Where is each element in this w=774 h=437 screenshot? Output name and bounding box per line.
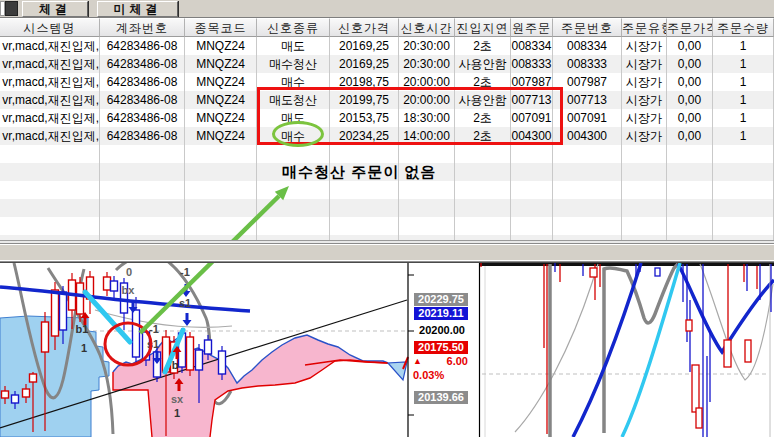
- candlestick-body: [30, 374, 37, 382]
- candlestick-body: [77, 283, 84, 314]
- table-cell: [0, 181, 100, 199]
- table-cell: [667, 163, 713, 181]
- table-cell: [553, 235, 622, 243]
- column-header[interactable]: 종목코드: [185, 18, 257, 37]
- table-cell: 14:00:00: [399, 127, 455, 145]
- table-cell: 20:00:00: [399, 91, 455, 109]
- table-cell: [257, 199, 330, 217]
- table-cell: [399, 199, 455, 217]
- table-cell: 007987: [553, 73, 622, 91]
- table-cell: [330, 199, 399, 217]
- table-cell: 시장가: [622, 37, 667, 55]
- table-cell: [713, 163, 774, 181]
- table-cell: 64283486-08: [100, 127, 185, 145]
- table-cell: MNQZ24: [185, 73, 257, 91]
- table-cell: [100, 163, 185, 181]
- table-cell: [622, 199, 667, 217]
- right-chart-candle-body: [655, 268, 660, 276]
- table-cell: ,vr,macd,재진입제: [0, 91, 100, 109]
- table-cell: [455, 145, 511, 163]
- table-cell: [622, 235, 667, 243]
- column-header[interactable]: 신호가격: [330, 18, 399, 37]
- column-header[interactable]: 신호종류: [257, 18, 330, 37]
- tab-unfilled[interactable]: 미체결: [97, 1, 178, 17]
- table-row[interactable]: ,vr,macd,재진입제64283486-08MNQZ24매수청산20169,…: [0, 55, 774, 73]
- right-thick-gray-curves: [550, 264, 678, 437]
- table-cell: 매수: [257, 127, 330, 145]
- table-cell: 매수: [257, 73, 330, 91]
- table-cell: 0,00: [667, 109, 713, 127]
- table-cell: 008334: [511, 37, 553, 55]
- table-row[interactable]: ,vr,macd,재진입제64283486-08MNQZ24매도청산20199,…: [0, 91, 774, 109]
- candlestick-body: [42, 322, 49, 352]
- candlestick-body: [60, 292, 67, 330]
- column-header[interactable]: 진입지연: [455, 18, 511, 37]
- table-cell: 64283486-08: [100, 91, 185, 109]
- table-cell: [667, 199, 713, 217]
- table-cell: 20198,75: [330, 73, 399, 91]
- right-chart-candle-body: [696, 408, 702, 428]
- table-cell: 0,00: [667, 73, 713, 91]
- candlestick-body: [111, 281, 118, 291]
- chart-signal-label: -1: [180, 266, 190, 278]
- table-cell: ,vr,macd,재진입제: [0, 55, 100, 73]
- table-empty-row: [0, 181, 774, 199]
- table-cell: 매도: [257, 109, 330, 127]
- column-header[interactable]: 주문수량: [713, 18, 774, 37]
- table-cell: [100, 145, 185, 163]
- candlestick-body: [205, 340, 212, 354]
- table-cell: 1: [713, 73, 774, 91]
- table-cell: [0, 163, 100, 181]
- table-cell: [330, 235, 399, 243]
- table-row[interactable]: ,vr,macd,재진입제64283486-08MNQZ24매도20153,75…: [0, 109, 774, 127]
- column-header[interactable]: 주문번호: [553, 18, 622, 37]
- table-cell: [100, 235, 185, 243]
- table-cell: [399, 217, 455, 235]
- table-cell: 008333: [553, 55, 622, 73]
- table-cell: 008333: [511, 55, 553, 73]
- table-cell: [100, 199, 185, 217]
- table-cell: [0, 145, 100, 163]
- table-cell: [713, 217, 774, 235]
- column-header[interactable]: 주문가격: [667, 18, 713, 37]
- table-cell: [330, 217, 399, 235]
- table-cell: 0,00: [667, 55, 713, 73]
- chart-signal-label: s1: [179, 297, 191, 309]
- table-cell: 20169,25: [330, 55, 399, 73]
- table-cell: [257, 235, 330, 243]
- table-cell: [185, 199, 257, 217]
- table-cell: [553, 217, 622, 235]
- table-cell: [667, 235, 713, 243]
- charts-canvas[interactable]: 0bx-1s1-1s1b11bsx1: [0, 263, 774, 437]
- column-header[interactable]: 시스템명: [0, 18, 100, 37]
- table-cell: [0, 235, 100, 243]
- tab-filled[interactable]: 체결: [22, 1, 88, 17]
- table-cell: [399, 181, 455, 199]
- price-change-percent: 0.03%: [413, 369, 468, 382]
- table-row[interactable]: ,vr,macd,재진입제64283486-08MNQZ24매도20169,25…: [0, 37, 774, 55]
- candlestick-body: [2, 391, 9, 398]
- table-cell: MNQZ24: [185, 91, 257, 109]
- table-cell: [667, 145, 713, 163]
- table-cell: 매수청산: [257, 55, 330, 73]
- table-cell: 0,00: [667, 37, 713, 55]
- price-badge-low: 20139.66: [414, 391, 468, 404]
- column-header[interactable]: 계좌번호: [100, 18, 185, 37]
- table-row[interactable]: ,vr,macd,재진입제64283486-08MNQZ24매수20198,75…: [0, 73, 774, 91]
- table-cell: [330, 181, 399, 199]
- column-header[interactable]: 주문유형: [622, 18, 667, 37]
- table-empty-row: [0, 199, 774, 217]
- column-header[interactable]: 신호시간: [399, 18, 455, 37]
- table-cell: [0, 199, 100, 217]
- column-header[interactable]: 원주문: [511, 18, 553, 37]
- table-cell: [622, 145, 667, 163]
- table-cell: [185, 235, 257, 243]
- table-cell: [330, 145, 399, 163]
- tab-bar: 체결 미체결: [0, 0, 774, 18]
- table-row[interactable]: ,vr,macd,재진입제64283486-08MNQZ24매수20234,25…: [0, 127, 774, 145]
- candlestick-body: [23, 389, 30, 397]
- table-cell: 64283486-08: [100, 55, 185, 73]
- table-cell: [455, 217, 511, 235]
- window-control-dark-box[interactable]: [5, 1, 18, 16]
- horizontal-splitter[interactable]: [0, 243, 774, 263]
